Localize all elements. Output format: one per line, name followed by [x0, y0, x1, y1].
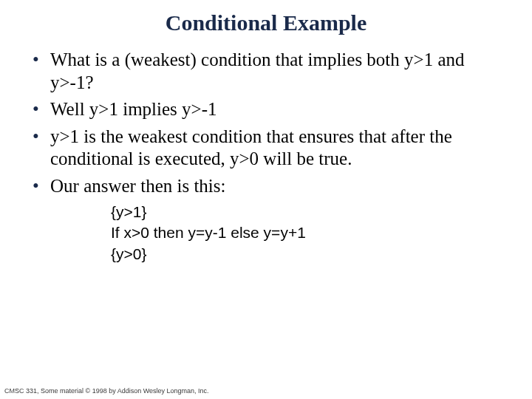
slide-body: What is a (weakest) condition that impli…	[0, 43, 532, 265]
code-line: {y>0}	[111, 244, 502, 265]
code-line: If x>0 then y=y-1 else y=y+1	[111, 222, 502, 243]
code-block: {y>1} If x>0 then y=y-1 else y=y+1 {y>0}	[111, 202, 502, 265]
code-line: {y>1}	[111, 202, 502, 222]
bullet-item: Our answer then is this:	[30, 175, 502, 198]
bullet-item: y>1 is the weakest condition that ensure…	[30, 126, 502, 171]
slide-title: Conditional Example	[0, 0, 532, 43]
footer-text: CMSC 331, Some material © 1998 by Addiso…	[4, 387, 209, 395]
bullet-item: Well y>1 implies y>-1	[30, 98, 502, 121]
bullet-item: What is a (weakest) condition that impli…	[30, 49, 502, 94]
bullet-list: What is a (weakest) condition that impli…	[30, 49, 502, 197]
slide: Conditional Example What is a (weakest) …	[0, 0, 532, 399]
